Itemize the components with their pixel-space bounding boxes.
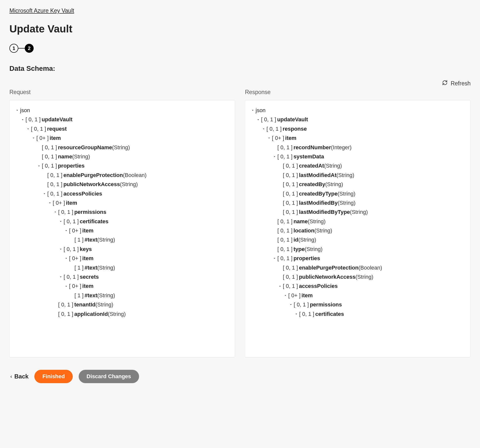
chevron-down-icon[interactable] xyxy=(293,312,299,316)
node-name: accessPolicies xyxy=(299,281,338,291)
tree-node[interactable]: json xyxy=(250,106,464,115)
chevron-down-icon[interactable] xyxy=(63,256,69,260)
tree-node[interactable]: [ 0, 1 ] permissions xyxy=(250,300,464,309)
tree-node[interactable]: [ 0, 1 ] updateVault xyxy=(250,115,464,124)
tree-node[interactable]: json xyxy=(14,106,228,115)
tree-node[interactable]: [ 0, 1 ] createdBy(String) xyxy=(250,180,464,189)
chevron-down-icon[interactable] xyxy=(255,118,261,122)
tree-node[interactable]: [ 0, 1 ] type(String) xyxy=(250,245,464,254)
chevron-down-icon[interactable] xyxy=(63,284,69,288)
chevron-down-icon[interactable] xyxy=(58,275,64,279)
tree-node[interactable]: [ 0, 1 ] properties xyxy=(250,254,464,263)
tree-node[interactable]: [ 1 ] #text(String) xyxy=(14,235,228,244)
tree-node[interactable]: [ 0, 1 ] createdAt(String) xyxy=(250,161,464,170)
tree-node[interactable]: [ 0, 1 ] permissions xyxy=(14,207,228,217)
cardinality: [ 0, 1 ] xyxy=(64,245,79,254)
step-1[interactable]: 1 xyxy=(9,44,18,53)
cardinality: [ 0, 1 ] xyxy=(47,189,62,198)
tree-node[interactable]: [ 0, 1 ] id(String) xyxy=(250,235,464,244)
tree-node[interactable]: [ 0, 1 ] accessPolicies xyxy=(250,281,464,291)
tree-node[interactable]: [ 0+ ] item xyxy=(14,133,228,143)
chevron-down-icon[interactable] xyxy=(47,201,53,205)
tree-node[interactable]: [ 1 ] #text(String) xyxy=(14,263,228,272)
chevron-down-icon[interactable] xyxy=(271,155,277,158)
tree-node[interactable]: [ 0, 1 ] publicNetworkAccess(String) xyxy=(250,272,464,281)
cardinality: [ 0, 1 ] xyxy=(47,180,62,189)
response-header: Response xyxy=(245,89,471,96)
finished-button[interactable]: Finished xyxy=(34,370,72,383)
tree-node[interactable]: [ 0, 1 ] secrets xyxy=(14,272,228,281)
chevron-down-icon[interactable] xyxy=(41,192,47,196)
node-type: (String) xyxy=(97,235,115,244)
tree-node[interactable]: [ 0, 1 ] tenantId(String) xyxy=(14,300,228,309)
request-header: Request xyxy=(9,89,235,96)
tree-node[interactable]: [ 0, 1 ] lastModifiedByType(String) xyxy=(250,207,464,217)
cardinality: [ 0, 1 ] xyxy=(58,300,73,309)
cardinality: [ 0, 1 ] xyxy=(42,143,57,152)
step-2[interactable]: 2 xyxy=(25,44,34,53)
tree-node[interactable]: [ 0, 1 ] name(String) xyxy=(14,152,228,161)
chevron-down-icon[interactable] xyxy=(14,108,20,112)
chevron-down-icon[interactable] xyxy=(58,247,64,251)
tree-node[interactable]: [ 0, 1 ] updateVault xyxy=(14,115,228,124)
tree-node[interactable]: [ 0+ ] item xyxy=(250,291,464,300)
chevron-down-icon[interactable] xyxy=(63,229,69,232)
chevron-down-icon[interactable] xyxy=(250,108,256,112)
node-name: certificates xyxy=(80,217,108,226)
chevron-down-icon[interactable] xyxy=(271,256,277,260)
page-title: Update Vault xyxy=(9,23,471,35)
chevron-down-icon[interactable] xyxy=(25,127,31,131)
tree-node[interactable]: [ 0, 1 ] lastModifiedAt(String) xyxy=(250,171,464,180)
tree-node[interactable]: [ 0, 1 ] lastModifiedBy(String) xyxy=(250,198,464,207)
tree-node[interactable]: [ 0, 1 ] enablePurgeProtection(Boolean) xyxy=(250,263,464,272)
tree-node[interactable]: [ 0, 1 ] resourceGroupName(String) xyxy=(14,143,228,152)
node-type: (String) xyxy=(298,235,316,244)
chevron-down-icon[interactable] xyxy=(58,220,64,223)
back-button[interactable]: Back xyxy=(9,373,28,380)
tree-node[interactable]: [ 1 ] #text(String) xyxy=(14,291,228,300)
node-type: (String) xyxy=(72,152,90,161)
tree-node[interactable]: [ 0, 1 ] keys xyxy=(14,245,228,254)
tree-node[interactable]: [ 0, 1 ] recordNumber(Integer) xyxy=(250,143,464,152)
tree-node[interactable]: [ 0, 1 ] createdByType(String) xyxy=(250,189,464,198)
chevron-down-icon[interactable] xyxy=(261,127,266,131)
cardinality: [ 0, 1 ] xyxy=(283,272,298,281)
chevron-down-icon[interactable] xyxy=(288,303,294,306)
tree-node[interactable]: [ 0+ ] item xyxy=(250,133,464,143)
cardinality: [ 0+ ] xyxy=(288,291,301,300)
tree-node[interactable]: [ 0, 1 ] location(String) xyxy=(250,226,464,235)
node-type: (String) xyxy=(305,245,322,254)
tree-node[interactable]: [ 0, 1 ] name(String) xyxy=(250,217,464,226)
tree-node[interactable]: [ 0+ ] item xyxy=(14,281,228,291)
chevron-down-icon[interactable] xyxy=(277,284,283,288)
tree-node[interactable]: [ 0, 1 ] accessPolicies xyxy=(14,189,228,198)
node-name: publicNetworkAccess xyxy=(299,272,356,281)
chevron-down-icon[interactable] xyxy=(20,118,25,122)
discard-button[interactable]: Discard Changes xyxy=(79,370,139,383)
node-name: id xyxy=(293,235,298,244)
tree-node[interactable]: [ 0+ ] item xyxy=(14,254,228,263)
tree-node[interactable]: [ 0+ ] item xyxy=(14,198,228,207)
chevron-down-icon[interactable] xyxy=(36,164,42,168)
tree-node[interactable]: [ 0, 1 ] enablePurgeProtection(Boolean) xyxy=(14,171,228,180)
chevron-down-icon[interactable] xyxy=(282,294,288,297)
node-name: item xyxy=(50,133,61,143)
tree-node[interactable]: [ 0, 1 ] systemData xyxy=(250,152,464,161)
node-type: (String) xyxy=(112,143,130,152)
tree-node[interactable]: [ 0, 1 ] response xyxy=(250,124,464,133)
cardinality: [ 0+ ] xyxy=(53,198,65,207)
tree-node[interactable]: [ 0, 1 ] request xyxy=(14,124,228,133)
chevron-down-icon[interactable] xyxy=(266,136,272,140)
tree-node[interactable]: [ 0+ ] item xyxy=(14,226,228,235)
refresh-button[interactable]: Refresh xyxy=(9,80,471,87)
tree-node[interactable]: [ 0, 1 ] certificates xyxy=(250,309,464,319)
tree-node[interactable]: [ 0, 1 ] publicNetworkAccess(String) xyxy=(14,180,228,189)
cardinality: [ 0, 1 ] xyxy=(299,309,314,319)
chevron-down-icon[interactable] xyxy=(52,210,58,214)
node-name: json xyxy=(256,106,265,115)
tree-node[interactable]: [ 0, 1 ] properties xyxy=(14,161,228,170)
tree-node[interactable]: [ 0, 1 ] applicationId(String) xyxy=(14,309,228,319)
tree-node[interactable]: [ 0, 1 ] certificates xyxy=(14,217,228,226)
breadcrumb-link[interactable]: Microsoft Azure Key Vault xyxy=(9,7,74,14)
chevron-down-icon[interactable] xyxy=(30,136,36,140)
